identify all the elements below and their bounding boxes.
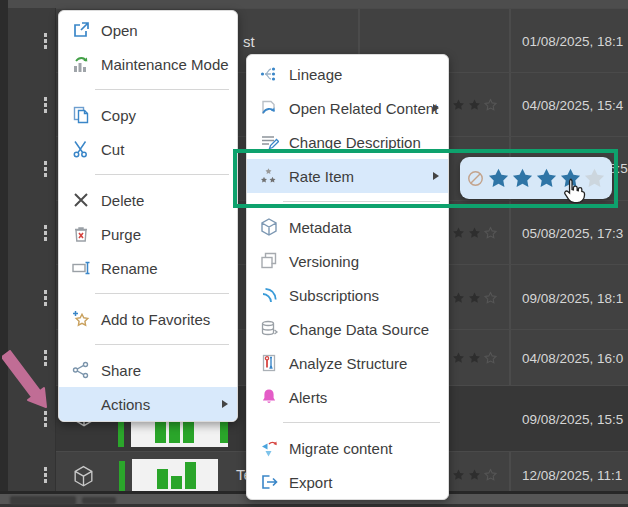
context-menu: Open Maintenance Mode Copy Cut Delete Pu… — [58, 10, 238, 422]
row-more-menu-icon[interactable] — [43, 32, 48, 50]
clipped-text-smudge — [82, 497, 116, 504]
row-date: 05/08/2025, 17:3 — [522, 226, 623, 241]
menu-separator — [59, 336, 237, 353]
row-more-menu-icon[interactable] — [43, 96, 48, 114]
menu-separator — [59, 81, 237, 98]
menu-item-share[interactable]: Share — [59, 353, 237, 387]
star-icon — [452, 291, 465, 304]
menu-item-maintenance-mode[interactable]: Maintenance Mode — [59, 47, 237, 81]
row-date: 04/08/2025, 15:4 — [522, 98, 623, 113]
actions-submenu: Lineage Open Related Content Change Desc… — [246, 54, 449, 500]
submenu-caret-icon — [433, 104, 439, 112]
row-date: 12/08/2025, 11:1 — [522, 468, 622, 483]
star-icon — [452, 469, 465, 482]
star-outline-icon — [484, 291, 497, 304]
star-icon — [452, 99, 465, 112]
row-name-fragment: st — [243, 33, 255, 50]
open-related-content-icon — [259, 98, 279, 118]
export-icon — [259, 472, 279, 492]
row-date: 09/08/2025, 18:1 — [522, 290, 623, 305]
row-rating-stars — [452, 227, 497, 240]
menu-item-actions[interactable]: Actions — [59, 387, 237, 421]
row-date: 09/08/2025, 15:5 — [522, 412, 623, 427]
menu-item-copy[interactable]: Copy — [59, 98, 237, 132]
row-more-menu-icon[interactable] — [43, 410, 48, 428]
menu-item-purge[interactable]: Purge — [59, 217, 237, 251]
open-icon — [71, 20, 91, 40]
star-outline-icon — [484, 352, 497, 365]
menu-item-analyze-structure[interactable]: Analyze Structure — [247, 346, 448, 380]
alerts-icon — [259, 387, 279, 407]
cut-icon — [71, 139, 91, 159]
star-icon — [468, 227, 481, 240]
menu-item-open-related-content[interactable]: Open Related Content — [247, 91, 448, 125]
menu-item-alerts[interactable]: Alerts — [247, 380, 448, 414]
row-more-menu-icon[interactable] — [43, 224, 48, 242]
star-icon — [452, 352, 465, 365]
copy-icon — [71, 105, 91, 125]
row-rating-stars — [452, 99, 497, 112]
delete-icon — [71, 190, 91, 210]
menu-item-export[interactable]: Export — [247, 465, 448, 499]
clipped-text-smudge — [10, 496, 76, 505]
menu-separator — [247, 414, 448, 431]
menu-item-change-data-source[interactable]: Change Data Source — [247, 312, 448, 346]
star-icon — [468, 291, 481, 304]
row-date: 01/08/2025, 18:1 — [522, 34, 623, 49]
favorites-star-icon — [71, 309, 91, 329]
menu-item-delete[interactable]: Delete — [59, 183, 237, 217]
annotation-arrow — [2, 350, 58, 412]
subscriptions-icon — [259, 285, 279, 305]
star-icon — [452, 227, 465, 240]
menu-item-lineage[interactable]: Lineage — [247, 57, 448, 91]
lineage-icon — [259, 64, 279, 84]
purge-icon — [71, 224, 91, 244]
star-outline-icon — [484, 469, 497, 482]
menu-item-rename[interactable]: Rename — [59, 251, 237, 285]
row-date: 04/08/2025, 16:0 — [522, 351, 623, 366]
metadata-icon — [259, 217, 279, 237]
row-rating-stars — [452, 352, 497, 365]
menu-item-open[interactable]: Open — [59, 13, 237, 47]
item-accent-bar — [119, 461, 125, 493]
left-rail — [0, 0, 8, 507]
row-rating-stars — [452, 469, 497, 482]
menu-item-subscriptions[interactable]: Subscriptions — [247, 278, 448, 312]
versioning-icon — [259, 251, 279, 271]
analyze-structure-icon — [259, 353, 279, 373]
menu-item-cut[interactable]: Cut — [59, 132, 237, 166]
menu-separator — [59, 166, 237, 183]
rename-icon — [71, 258, 91, 278]
star-icon — [468, 469, 481, 482]
maintenance-mode-icon — [71, 54, 91, 74]
menu-item-versioning[interactable]: Versioning — [247, 244, 448, 278]
menu-item-add-to-favorites[interactable]: Add to Favorites — [59, 302, 237, 336]
row-more-menu-icon[interactable] — [43, 466, 48, 484]
row-more-menu-icon[interactable] — [43, 160, 48, 178]
change-data-source-icon — [259, 319, 279, 339]
migrate-content-icon — [259, 438, 279, 458]
table-top-strip — [8, 0, 628, 8]
menu-item-migrate-content[interactable]: Migrate content — [247, 431, 448, 465]
cursor-hand-icon — [560, 176, 588, 204]
report-thumbnail — [132, 459, 218, 493]
share-icon — [71, 360, 91, 380]
star-icon — [468, 99, 481, 112]
app-canvas: 01/08/2025, 18:1 st 04/08/2025, 15:4 05/… — [0, 0, 628, 507]
row-rating-stars — [452, 291, 497, 304]
row-more-menu-icon[interactable] — [43, 289, 48, 307]
star-outline-icon — [484, 227, 497, 240]
star-outline-icon — [484, 99, 497, 112]
star-icon — [468, 352, 481, 365]
cube-icon — [71, 464, 96, 489]
menu-separator — [59, 285, 237, 302]
submenu-caret-icon — [222, 400, 228, 408]
blank-icon-space — [71, 394, 91, 414]
menu-item-metadata[interactable]: Metadata — [247, 210, 448, 244]
